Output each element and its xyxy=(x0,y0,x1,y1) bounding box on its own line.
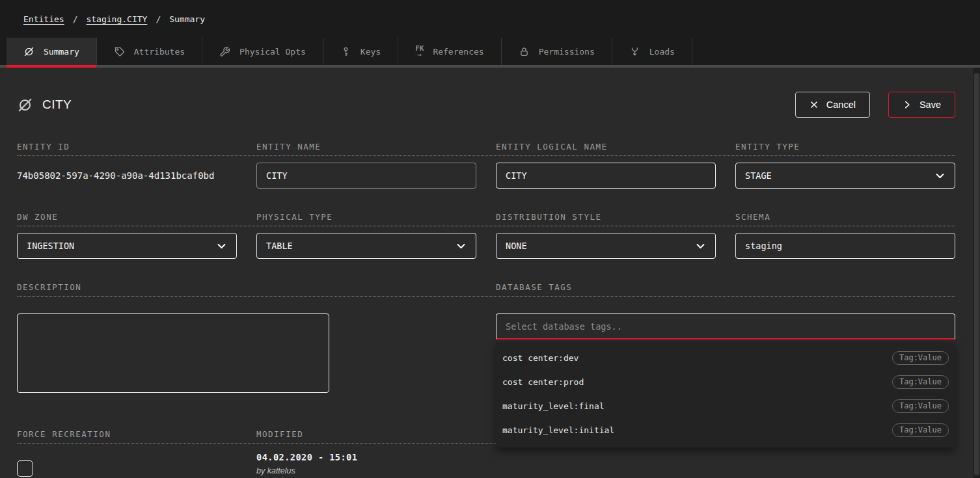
dw-zone-label: DW ZONE xyxy=(17,212,237,222)
tab-label: Physical Opts xyxy=(239,47,306,57)
page-title: CITY xyxy=(42,98,72,112)
tab-label: References xyxy=(433,47,483,57)
save-button[interactable]: Save xyxy=(888,92,955,118)
tab-loads[interactable]: Loads xyxy=(612,38,692,65)
chevron-down-icon xyxy=(695,241,706,252)
vertical-scrollbar[interactable] xyxy=(973,68,980,478)
physical-type-select[interactable]: TABLE xyxy=(256,233,476,259)
force-recreation-label: FORCE RECREATION xyxy=(17,429,237,439)
foreign-key-icon: FK → xyxy=(415,45,424,59)
row-divider xyxy=(17,226,955,226)
wrench-icon xyxy=(219,46,230,57)
close-icon xyxy=(810,100,819,109)
entity-type-select[interactable]: STAGE xyxy=(735,163,955,189)
tab-references[interactable]: FK → References xyxy=(398,38,502,65)
tag-value-badge: Tag:Value xyxy=(892,399,949,413)
physical-type-label: PHYSICAL TYPE xyxy=(256,212,476,222)
database-tags-label: DATABASE TAGS xyxy=(496,282,716,292)
entity-type-label: ENTITY TYPE xyxy=(735,142,955,152)
entity-id-value: 74b05802-597a-4290-a90a-4d131bcaf0bd xyxy=(17,163,237,189)
tag-icon xyxy=(114,46,125,57)
breadcrumb-current: Summary xyxy=(169,14,205,24)
breadcrumb: Entities / staging.CITY / Summary xyxy=(23,14,205,24)
description-textarea[interactable] xyxy=(17,313,329,393)
tag-value-badge: Tag:Value xyxy=(892,375,949,389)
tag-value-badge: Tag:Value xyxy=(892,423,949,437)
tab-label: Loads xyxy=(649,47,675,57)
entity-logical-name-input[interactable] xyxy=(496,163,716,189)
tag-value-badge: Tag:Value xyxy=(892,351,949,365)
entity-icon xyxy=(23,46,34,57)
top-header: Entities / staging.CITY / Summary xyxy=(0,0,980,38)
tab-label: Attributes xyxy=(134,47,185,57)
row-divider xyxy=(17,296,955,297)
schema-input[interactable] xyxy=(735,233,955,259)
chevron-down-icon xyxy=(456,241,467,252)
modified-label: MODIFIED xyxy=(256,429,476,439)
distribution-style-label: DISTRIBUTION STYLE xyxy=(496,212,716,222)
entity-logical-name-label: ENTITY LOGICAL NAME xyxy=(496,142,716,152)
description-label: DESCRIPTION xyxy=(17,282,237,292)
breadcrumb-entities[interactable]: Entities xyxy=(23,14,64,24)
breadcrumb-separator: / xyxy=(156,14,161,24)
breadcrumb-entity[interactable]: staging.CITY xyxy=(86,14,147,24)
database-tags-dropdown: cost center:dev Tag:Value cost center:pr… xyxy=(496,342,955,447)
merge-icon xyxy=(629,46,640,57)
scrollbar-thumb[interactable] xyxy=(974,73,979,475)
tab-label: Summary xyxy=(44,47,79,57)
cancel-button[interactable]: Cancel xyxy=(795,92,870,118)
entity-name-label: ENTITY NAME xyxy=(256,142,476,152)
chevron-down-icon xyxy=(216,241,227,252)
row-divider xyxy=(17,155,955,156)
tag-option[interactable]: cost center:dev Tag:Value xyxy=(496,346,955,370)
tab-physical-opts[interactable]: Physical Opts xyxy=(202,38,323,65)
database-tags-input[interactable] xyxy=(496,313,955,339)
modified-value: 04.02.2020 - 15:01 xyxy=(256,452,476,462)
lock-icon xyxy=(519,46,530,57)
breadcrumb-separator: / xyxy=(73,14,78,24)
tag-option[interactable]: maturity_level:initial Tag:Value xyxy=(496,418,955,442)
entity-name-input[interactable] xyxy=(256,163,476,189)
dw-zone-select[interactable]: INGESTION xyxy=(17,233,237,259)
main-content: CITY Cancel Save ENTITY ID ENTITY NAME E… xyxy=(0,68,980,477)
tab-permissions[interactable]: Permissions xyxy=(502,38,612,65)
key-icon xyxy=(340,46,351,57)
distribution-style-select[interactable]: NONE xyxy=(496,233,716,259)
tab-bar: Summary Attributes Physical Opts Keys FK… xyxy=(0,38,980,68)
schema-label: SCHEMA xyxy=(735,212,955,222)
tab-summary[interactable]: Summary xyxy=(7,38,97,65)
entity-id-label: ENTITY ID xyxy=(17,142,237,152)
tab-label: Keys xyxy=(361,47,381,57)
tag-option[interactable]: maturity_level:final Tag:Value xyxy=(496,394,955,418)
modified-by: by kattelus xyxy=(256,466,476,475)
tag-option[interactable]: cost center:prod Tag:Value xyxy=(496,370,955,394)
force-recreation-checkbox[interactable] xyxy=(17,460,33,477)
chevron-right-icon xyxy=(903,100,912,109)
tab-attributes[interactable]: Attributes xyxy=(97,38,202,65)
tab-keys[interactable]: Keys xyxy=(323,38,398,65)
chevron-down-icon xyxy=(934,170,946,181)
tab-label: Permissions xyxy=(539,47,595,57)
entity-icon xyxy=(17,97,33,113)
